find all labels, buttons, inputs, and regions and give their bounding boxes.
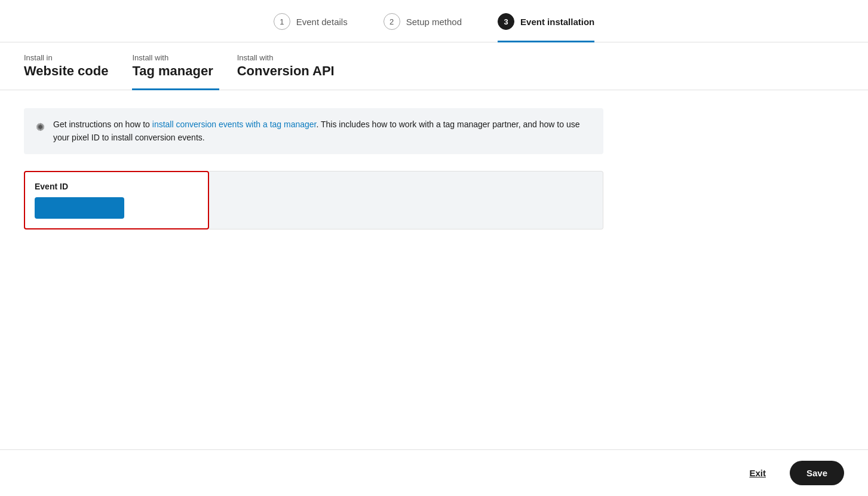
bottom-bar: Exit Save: [0, 449, 868, 496]
tab-conversion-api[interactable]: Install with Conversion API: [237, 42, 358, 90]
tab-website-code-label: Website code: [24, 63, 108, 79]
event-id-label: Event ID: [35, 182, 198, 191]
step-2-circle: 2: [384, 13, 400, 30]
sun-icon: ✺: [36, 119, 45, 136]
tab-website-code[interactable]: Install in Website code: [24, 42, 132, 90]
event-id-section: Event ID: [24, 171, 603, 229]
step-event-installation[interactable]: 3 Event installation: [498, 13, 594, 42]
event-id-right-panel: [209, 171, 603, 229]
save-button[interactable]: Save: [790, 461, 844, 485]
tab-tag-manager-label: Tag manager: [132, 63, 213, 79]
step-3-label: Event installation: [520, 17, 594, 27]
main-content: ✺ Get instructions on how to install con…: [0, 90, 868, 247]
tab-tag-manager[interactable]: Install with Tag manager: [132, 42, 237, 90]
step-2-label: Setup method: [406, 17, 462, 27]
event-id-box: Event ID: [24, 171, 209, 229]
info-banner-text: Get instructions on how to install conve…: [53, 118, 591, 145]
tag-manager-link[interactable]: install conversion events with a tag man…: [152, 120, 317, 129]
step-1-label: Event details: [296, 17, 348, 27]
exit-button[interactable]: Exit: [740, 462, 775, 484]
tab-conversion-api-label: Conversion API: [237, 63, 335, 79]
step-event-details[interactable]: 1 Event details: [274, 13, 348, 42]
step-3-circle: 3: [498, 13, 514, 30]
tab-conversion-api-sublabel: Install with: [237, 53, 335, 62]
tab-tag-manager-sublabel: Install with: [132, 53, 213, 62]
stepper: 1 Event details 2 Setup method 3 Event i…: [0, 0, 868, 42]
install-tabs: Install in Website code Install with Tag…: [0, 42, 868, 90]
tab-website-code-sublabel: Install in: [24, 53, 108, 62]
step-1-circle: 1: [274, 13, 290, 30]
event-id-value: [35, 197, 124, 219]
info-banner: ✺ Get instructions on how to install con…: [24, 108, 603, 154]
step-setup-method[interactable]: 2 Setup method: [384, 13, 462, 42]
